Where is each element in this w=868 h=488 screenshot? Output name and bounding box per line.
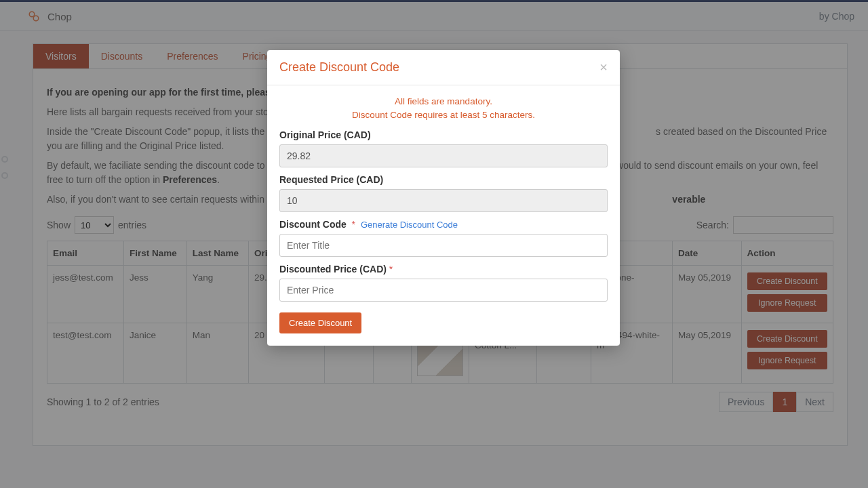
close-icon[interactable]: × bbox=[599, 60, 608, 75]
requested-price-label: Requested Price (CAD) bbox=[279, 174, 608, 185]
discount-code-label: Discount Code * Generate Discount Code bbox=[279, 219, 608, 230]
modal-warning-2: Discount Code requires at least 5 charac… bbox=[352, 110, 535, 120]
create-discount-submit[interactable]: Create Discount bbox=[279, 312, 361, 333]
original-price-label: Original Price (CAD) bbox=[279, 129, 608, 140]
original-price-field bbox=[279, 144, 608, 167]
discount-code-field[interactable] bbox=[279, 234, 608, 257]
generate-code-link[interactable]: Generate Discount Code bbox=[361, 220, 458, 230]
requested-price-field bbox=[279, 189, 608, 212]
modal-warning-1: All fields are mandatory. bbox=[395, 96, 492, 106]
discounted-price-label: Discounted Price (CAD) * bbox=[279, 264, 608, 274]
discounted-price-field[interactable] bbox=[279, 279, 608, 302]
modal-title: Create Discount Code bbox=[279, 60, 399, 75]
create-discount-modal: Create Discount Code × All fields are ma… bbox=[267, 50, 620, 346]
